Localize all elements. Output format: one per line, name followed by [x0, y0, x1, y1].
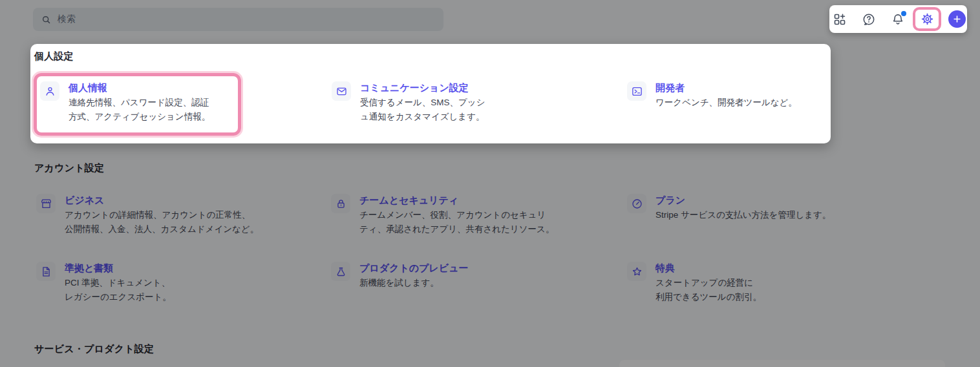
envelope-icon: [332, 81, 351, 101]
apps-button[interactable]: [833, 12, 847, 26]
toolbar: [829, 5, 967, 33]
terminal-icon: [627, 81, 646, 101]
communication-desc: 受信するメール、SMS、プッシ ュ通知をカスタマイズします。: [360, 96, 485, 124]
notifications-button[interactable]: [891, 12, 905, 26]
create-button[interactable]: [948, 10, 966, 28]
personal-settings-heading: 個人設定: [34, 50, 74, 63]
help-button[interactable]: [862, 12, 876, 26]
settings-item-communication: コミュニケーション設定 受信するメール、SMS、プッシ ュ通知をカスタマイズしま…: [332, 81, 485, 124]
apps-icon: [833, 12, 847, 26]
person-icon: [40, 81, 59, 101]
personal-info-link[interactable]: 個人情報: [69, 81, 107, 94]
developers-desc: ワークベンチ、開発者ツールなど。: [655, 96, 797, 110]
developers-link[interactable]: 開発者: [655, 81, 685, 94]
notification-dot: [901, 11, 906, 16]
gear-icon: [921, 12, 934, 26]
personal-info-desc: 連絡先情報、パスワード設定、認証 方式、アクティブセッション情報。: [69, 96, 210, 124]
settings-item-personal-info: 個人情報 連絡先情報、パスワード設定、認証 方式、アクティブセッション情報。: [40, 81, 210, 124]
plus-icon: [952, 14, 962, 24]
settings-button[interactable]: [913, 7, 941, 31]
help-icon: [862, 12, 876, 26]
settings-page: 検索 アカウント設定 ビジネス アカウントの詳細情報、アカウントの正常性、 公開…: [0, 0, 980, 367]
communication-link[interactable]: コミュニケーション設定: [360, 81, 469, 94]
settings-popover: 個人設定 個人情報 連絡先情報、パスワード設定、認証 方式、アクティブセッション…: [30, 44, 831, 143]
settings-item-developers: 開発者 ワークベンチ、開発者ツールなど。: [627, 81, 797, 110]
